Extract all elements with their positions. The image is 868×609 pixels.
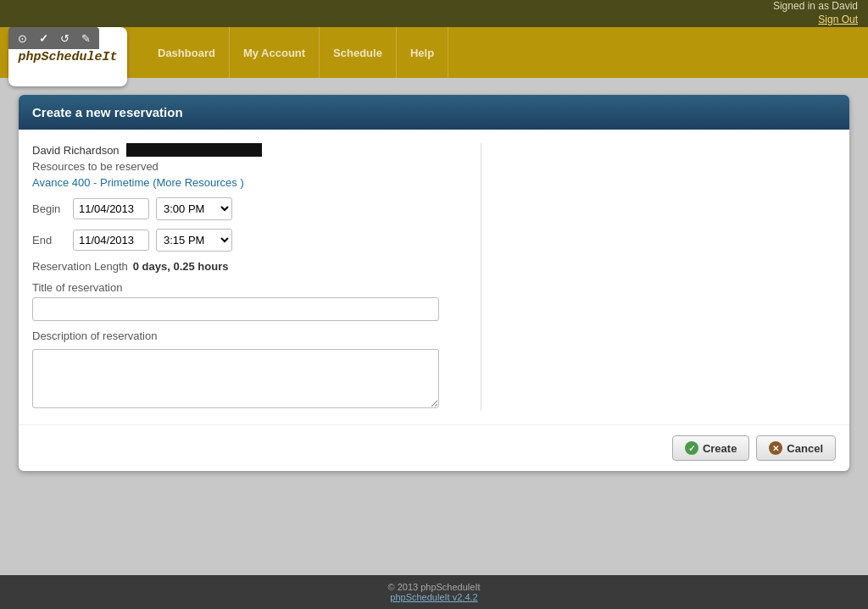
user-name-redacted [126,143,262,157]
main-content: Create a new reservation David Richardso… [0,78,868,575]
footer-copyright: © 2013 phpScheduleIt [7,582,861,592]
footer-version-link[interactable]: phpScheduleIt v2.4.2 [390,592,477,602]
main-nav: Dashboard My Account Schedule Help [144,27,448,78]
nav-item-dashboard[interactable]: Dashboard [144,27,230,78]
refresh-icon[interactable]: ↺ [56,30,73,47]
card-footer: ✓ Create ✕ Cancel [19,424,849,471]
title-input[interactable] [32,297,439,321]
title-label: Title of reservation [32,281,467,294]
nav-item-help[interactable]: Help [397,27,448,78]
description-section: Description of reservation [32,329,467,411]
create-button[interactable]: ✓ Create [672,435,749,461]
signed-in-text: Signed in as David [773,0,858,12]
check-icon[interactable]: ✓ [35,30,52,47]
end-date-input[interactable] [73,230,149,251]
reservation-card: Create a new reservation David Richardso… [19,95,849,471]
logo-text: phpScheduleIt [18,50,117,64]
resource-link[interactable]: Avance 400 - Primetime [32,176,150,189]
resources-label: Resources to be reserved [32,160,467,173]
clock-icon[interactable]: ⊙ [14,30,31,47]
toolbar: ⊙ ✓ ↺ ✎ [8,27,99,49]
end-label: End [32,234,66,246]
sign-out-link[interactable]: Sign Out [773,14,858,27]
reservation-length-value: 0 days, 0.25 hours [133,260,229,273]
begin-date-input[interactable] [73,198,149,219]
begin-label: Begin [32,202,66,215]
edit-icon[interactable]: ✎ [77,30,94,47]
end-time-select[interactable]: 3:15 PM [156,229,232,252]
signed-in-info: Signed in as David Sign Out [773,0,858,26]
card-right [481,143,836,411]
cancel-label: Cancel [787,442,823,455]
card-title: Create a new reservation [32,105,183,119]
title-section: Title of reservation [32,281,467,321]
cancel-button[interactable]: ✕ Cancel [756,435,836,461]
description-label: Description of reservation [32,329,467,342]
top-bar: Signed in as David Sign Out [0,0,868,27]
cancel-icon: ✕ [769,441,782,455]
more-resources-link[interactable]: (More Resources ) [153,176,244,189]
nav-item-schedule[interactable]: Schedule [320,27,397,78]
page-footer: © 2013 phpScheduleIt phpScheduleIt v2.4.… [0,575,868,609]
user-name-row: David Richardson [32,143,467,157]
resource-links-row: Avance 400 - Primetime (More Resources ) [32,176,467,189]
card-header: Create a new reservation [19,95,849,130]
card-body: David Richardson Resources to be reserve… [19,130,849,424]
header: phpScheduleIt Dashboard My Account Sched… [0,27,868,78]
reservation-length-label: Reservation Length [32,260,128,273]
reservation-length-row: Reservation Length 0 days, 0.25 hours [32,260,467,273]
create-label: Create [703,442,737,455]
create-icon: ✓ [685,441,698,455]
description-textarea[interactable] [32,349,439,408]
nav-item-my-account[interactable]: My Account [230,27,320,78]
end-row: End 3:15 PM [32,229,467,252]
user-name-text: David Richardson [32,144,120,157]
card-left: David Richardson Resources to be reserve… [32,143,481,411]
begin-time-select[interactable]: 3:00 PM [156,197,232,220]
begin-row: Begin 3:00 PM [32,197,467,220]
